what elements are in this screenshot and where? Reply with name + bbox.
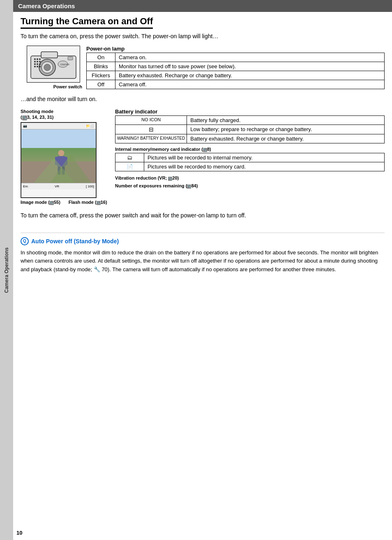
svg-point-8: [37, 58, 38, 60]
auto-power-icon: Q: [21, 237, 29, 245]
memory-internal-icon: 🗂: [115, 153, 144, 162]
memory-card-desc: Pictures will be recorded to memory card…: [144, 162, 385, 171]
battery-table: NO ICON Battery fully charged. ⊟ Low bat…: [115, 115, 385, 143]
flash-mode-label: Flash mode (🔧16): [69, 200, 107, 205]
page-number: 10: [16, 530, 22, 536]
table-row: ⊟ Low battery; prepare to recharge or ch…: [115, 125, 385, 134]
state-blinks: Blinks: [87, 62, 115, 71]
screen-top-bar: 📷 📁⬜: [21, 123, 96, 129]
bottom-section: Shooting mode(🔧3, 14, 23, 31) 📷 📁⬜: [21, 108, 385, 205]
power-switch-label: Power switch: [21, 84, 86, 89]
bottom-labels: Image mode (🔧55) Flash mode (🔧16): [21, 200, 115, 205]
memory-table: 🗂 Pictures will be recorded to internal …: [115, 153, 385, 171]
svg-point-4: [44, 64, 51, 71]
page-title: Turning the Camera on and Off: [21, 16, 153, 29]
table-row: WARNING!! BATTERY EXHAUSTED Battery exha…: [115, 134, 385, 143]
screen-photo: [21, 129, 96, 183]
svg-point-13: [34, 63, 36, 65]
lamp-table-title: Power-on lamp: [86, 46, 385, 52]
svg-point-16: [34, 66, 36, 67]
svg-point-15: [39, 63, 41, 65]
battery-low-icon: ⊟: [115, 125, 187, 134]
table-row: NO ICON Battery fully charged.: [115, 116, 385, 125]
battery-desc-full: Battery fully charged.: [187, 116, 385, 125]
table-row: Off Camera off.: [87, 80, 385, 89]
screen-icon-exposure: Em: [23, 185, 28, 188]
header-title: Camera Operations: [18, 2, 75, 9]
svg-rect-1: [41, 52, 58, 58]
table-row: Flickers Battery exhausted. Recharge or …: [87, 71, 385, 80]
desc-flickers: Battery exhausted. Recharge or change ba…: [115, 71, 385, 80]
table-row: On Camera on.: [87, 53, 385, 62]
battery-title: Battery indicator: [115, 108, 385, 115]
desc-on: Camera on.: [115, 53, 385, 62]
screen-icon-camera: 📷: [23, 124, 27, 128]
battery-section: Battery indicator NO ICON Battery fully …: [115, 108, 385, 143]
auto-power-title: Q Auto Power off (Stand-by Mode): [21, 237, 385, 245]
monitor-screen: 📷 📁⬜: [21, 122, 97, 198]
screen-icon-memory: 📁⬜: [86, 124, 94, 128]
auto-power-text: In shooting mode, the monitor will dim t…: [21, 249, 385, 274]
top-section: ON/OFF: [21, 46, 385, 89]
auto-power-section: Q Auto Power off (Stand-by Mode) In shoo…: [21, 233, 385, 274]
memory-card-icon: 📄: [115, 162, 144, 171]
intro-text: To turn the camera on, press the power s…: [21, 32, 385, 41]
header-bar: Camera Operations: [13, 0, 392, 12]
battery-desc-exhausted: Battery exhausted. Recharge or change ba…: [187, 134, 385, 143]
image-mode-label: Image mode (🔧55): [21, 200, 60, 205]
battery-exhausted-state: WARNING!! BATTERY EXHAUSTED: [115, 134, 187, 143]
svg-point-18: [39, 66, 41, 67]
table-row: 🗂 Pictures will be recorded to internal …: [115, 153, 385, 162]
monitor-text: …and the monitor will turn on.: [21, 95, 385, 104]
battery-no-icon: NO ICON: [115, 116, 187, 125]
lamp-table-section: Power-on lamp On Camera on. Blinks Monit…: [86, 46, 385, 89]
svg-rect-19: [68, 57, 73, 60]
svg-point-12: [39, 61, 41, 62]
svg-point-7: [34, 58, 36, 60]
sidebar: Camera Operations: [0, 0, 13, 540]
shooting-mode-label: Shooting mode(🔧3, 14, 23, 31): [21, 108, 115, 120]
camera-image: ON/OFF: [27, 46, 80, 83]
svg-point-14: [37, 63, 38, 65]
exposures-remaining-label: Number of exposures remaining (🔧84): [115, 183, 385, 189]
right-tables: Battery indicator NO ICON Battery fully …: [115, 108, 385, 189]
svg-point-9: [39, 58, 41, 60]
sidebar-label: Camera Operations: [4, 247, 9, 293]
svg-text:ON/OFF: ON/OFF: [60, 63, 70, 66]
svg-point-10: [34, 61, 36, 62]
screen-exposures: [ 100]: [86, 185, 94, 188]
screen-bottom-bar: Em VR [ 100]: [21, 183, 96, 189]
camera-diagram: ON/OFF: [21, 46, 86, 89]
memory-section: Internal memory/memory card indicator (🔧…: [115, 145, 385, 171]
power-lamp-table: On Camera on. Blinks Monitor has turned …: [86, 53, 385, 89]
table-row: Blinks Monitor has turned off to save po…: [87, 62, 385, 71]
turn-off-text: To turn the camera off, press the power …: [21, 211, 385, 220]
memory-internal-desc: Pictures will be recorded to internal me…: [144, 153, 385, 162]
state-flickers: Flickers: [87, 71, 115, 80]
svg-point-11: [37, 61, 38, 62]
monitor-diagram: Shooting mode(🔧3, 14, 23, 31) 📷 📁⬜: [21, 108, 115, 205]
svg-point-17: [37, 66, 38, 67]
desc-blinks: Monitor has turned off to save power (se…: [115, 62, 385, 71]
desc-off: Camera off.: [115, 80, 385, 89]
memory-title: Internal memory/memory card indicator (🔧…: [115, 147, 385, 152]
state-off: Off: [87, 80, 115, 89]
state-on: On: [87, 53, 115, 62]
battery-desc-low: Low battery; prepare to recharge or chan…: [187, 125, 385, 134]
table-row: 📄 Pictures will be recorded to memory ca…: [115, 162, 385, 171]
vibration-reduction-label: Vibration reduction (VR; 🔧20): [115, 175, 385, 181]
screen-vr: VR: [55, 185, 59, 188]
